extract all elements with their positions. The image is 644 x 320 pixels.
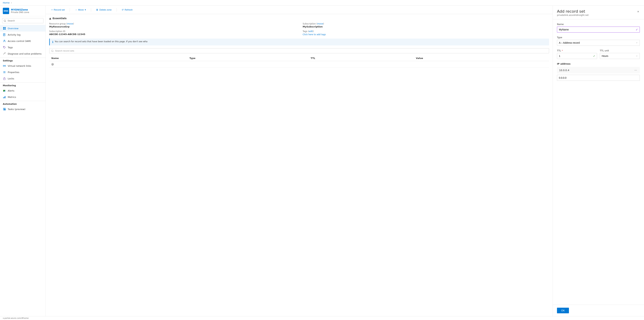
tags-label: Tags (edit) [303, 30, 549, 33]
ttl-unit-select[interactable]: Seconds Minutes Hours Days [600, 53, 640, 59]
sidebar-item-locks[interactable]: Locks [0, 75, 46, 82]
resource-name: MYDNSZone [11, 8, 29, 11]
record-sets-table: Name Type TTL Value @ [49, 56, 549, 68]
essentials-header[interactable]: ▲ Essentials [49, 17, 549, 20]
table-row[interactable]: @ [49, 61, 549, 68]
svg-point-9 [4, 47, 4, 47]
move-button[interactable]: → Move ▾ [72, 8, 88, 12]
add-record-set-panel: Add record set privatelink.azurehdinsigh… [552, 6, 644, 316]
tasks-icon: + [3, 108, 6, 111]
svg-rect-25 [4, 108, 6, 109]
content-area: ▲ Essentials Resource group (move) MyRes… [46, 14, 552, 316]
name-input[interactable] [557, 27, 640, 33]
name-input-wrapper: ✓ [557, 27, 640, 33]
home-link[interactable]: Home [3, 2, 10, 4]
svg-rect-24 [3, 108, 4, 109]
sidebar-item-metrics[interactable]: Metrics [0, 94, 46, 100]
sidebar: DNS MYDNSZone Private DNS zone Overview [0, 6, 46, 316]
essentials-grid: Resource group (move) MyResourceGrp Subs… [49, 23, 549, 36]
ip-address-group: IP address 10.0.0.4 ··· [557, 63, 640, 81]
sidebar-item-label-tags: Tags [8, 46, 13, 49]
col-header-value: Value [414, 56, 549, 61]
sidebar-item-virtual-network-links[interactable]: Virtual network links [0, 63, 46, 69]
panel-footer: OK [553, 305, 644, 316]
sidebar-item-label-properties: Properties [8, 71, 19, 74]
sidebar-item-tasks[interactable]: + Tasks (preview) [0, 106, 46, 112]
tags-add-link[interactable]: Click here to add tags [303, 33, 326, 36]
sidebar-header-text: MYDNSZone Private DNS zone [11, 8, 29, 14]
ok-button[interactable]: OK [557, 308, 569, 313]
sidebar-item-label-diagnose: Diagnose and solve problems [8, 53, 42, 55]
sidebar-item-label-locks: Locks [8, 77, 14, 80]
monitoring-section-label: Monitoring [0, 82, 46, 88]
record-sets-table-container: Name Type TTL Value @ [49, 56, 549, 68]
svg-point-29 [52, 50, 53, 51]
sidebar-item-activity-log[interactable]: Activity log [0, 32, 46, 38]
tags-edit-link[interactable]: edit [309, 30, 313, 33]
settings-section-label: Settings [0, 58, 46, 63]
trash-icon: 🗑 [96, 9, 98, 11]
chevron-down-icon: ▾ [85, 9, 86, 11]
row-ttl [308, 61, 414, 68]
type-label: Type [557, 36, 640, 39]
col-header-ttl: TTL [308, 56, 414, 61]
sidebar-nav: Overview Activity log Access control (IA… [0, 25, 46, 316]
refresh-button[interactable]: ↺ Refresh [120, 8, 135, 12]
record-sets-search-bar[interactable] [49, 48, 549, 53]
col-header-type: Type [188, 56, 308, 61]
ttl-input[interactable] [557, 53, 597, 59]
resource-group-move-link[interactable]: move [67, 23, 73, 25]
sidebar-item-alerts[interactable]: Alerts [0, 88, 46, 94]
delete-zone-button[interactable]: 🗑 Delete zone [94, 8, 114, 12]
move-label: Move [78, 9, 84, 11]
sidebar-item-overview[interactable]: Overview [0, 25, 46, 32]
panel-header-text: Add record set privatelink.azurehdinsigh… [557, 9, 588, 16]
svg-rect-11 [5, 65, 6, 66]
sidebar-item-access-control[interactable]: Access control (IAM) [0, 38, 46, 44]
ttl-label: TTL * [557, 49, 597, 52]
bell-icon [3, 89, 6, 92]
tag-icon [3, 46, 6, 49]
toolbar-divider-3 [116, 8, 117, 12]
resource-group-item: Resource group (move) MyResourceGrp [49, 23, 296, 28]
ttl-form-group: TTL * ✓ [557, 49, 597, 59]
tags-item: Tags (edit) Click here to add tags [303, 30, 549, 36]
name-check-icon: ✓ [636, 28, 638, 31]
sidebar-item-diagnose[interactable]: Diagnose and solve problems [0, 51, 46, 57]
svg-rect-26 [3, 109, 4, 110]
panel-close-button[interactable]: × [636, 9, 640, 14]
record-set-button[interactable]: + Record set [49, 8, 67, 12]
row-name: @ [49, 61, 188, 68]
subscription-id-label: Subscription ID [49, 30, 296, 33]
essentials-title: Essentials [52, 17, 67, 20]
ip-new-input[interactable] [557, 75, 640, 81]
info-banner: ℹ You can search for record sets that ha… [49, 39, 549, 46]
type-select[interactable]: A – Address record AAAA – IPv6 address r… [557, 40, 640, 46]
sidebar-search-input[interactable] [2, 18, 44, 23]
svg-rect-1 [4, 27, 6, 28]
sidebar-item-label-metrics: Metrics [8, 96, 16, 98]
sidebar-item-tags[interactable]: Tags [0, 44, 46, 51]
move-arrow-icon: → [75, 9, 77, 11]
ip-menu-button[interactable]: ··· [634, 68, 638, 72]
panel-title: Add record set [557, 9, 588, 14]
record-sets-search-input[interactable] [55, 50, 547, 52]
panel-body: Name ✓ Type A – Address record AAAA – IP… [553, 19, 644, 305]
sidebar-item-label-activity: Activity log [8, 34, 20, 36]
panel-header: Add record set privatelink.azurehdinsigh… [553, 6, 644, 19]
toolbar: + Record set → Move ▾ 🗑 Delete zone ↺ Re… [46, 6, 552, 14]
svg-text:+: + [5, 109, 6, 110]
essentials-section: ▲ Essentials Resource group (move) MyRes… [46, 14, 552, 39]
sidebar-item-label-overview: Overview [8, 27, 18, 30]
lock-icon [3, 77, 6, 80]
svg-rect-0 [3, 27, 4, 28]
resource-group-value: MyResourceGrp [49, 25, 296, 28]
svg-rect-23 [5, 96, 6, 98]
sidebar-item-label-vnet: Virtual network links [8, 65, 31, 67]
svg-rect-10 [3, 65, 4, 66]
sidebar-item-properties[interactable]: Properties [0, 69, 46, 75]
table-header: Name Type TTL Value [49, 56, 549, 61]
breadcrumb-chevron: › [11, 2, 12, 4]
subscription-move-link[interactable]: move [317, 23, 323, 25]
dns-avatar: DNS [3, 8, 9, 14]
